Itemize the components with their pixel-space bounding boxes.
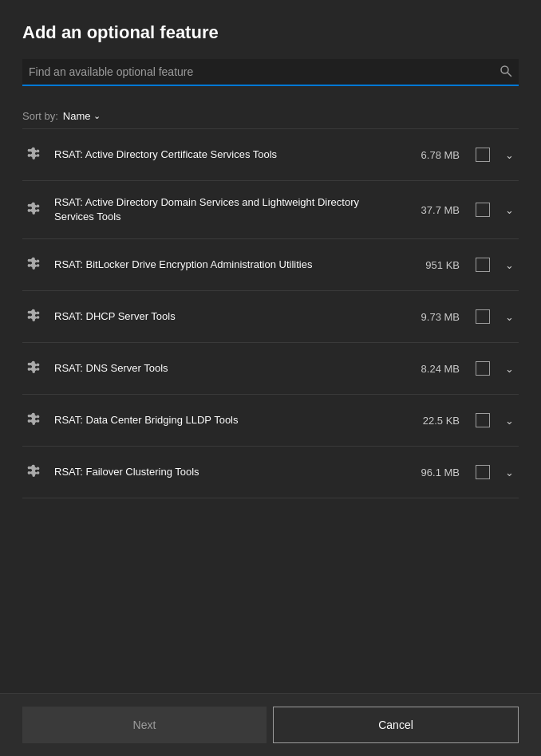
feature-expand-icon[interactable]: ⌄	[500, 411, 519, 430]
feature-checkbox[interactable]	[476, 465, 490, 479]
feature-size: 9.73 MB	[408, 311, 460, 323]
sort-dropdown[interactable]: Name ⌄	[63, 110, 101, 122]
feature-item: RSAT: BitLocker Drive Encryption Adminis…	[22, 239, 519, 291]
feature-expand-icon[interactable]: ⌄	[500, 200, 519, 219]
feature-name: RSAT: Failover Clustering Tools	[54, 465, 398, 479]
feature-expand-icon[interactable]: ⌄	[500, 307, 519, 326]
feature-checkbox[interactable]	[476, 148, 490, 162]
feature-name: RSAT: Data Center Bridging LLDP Tools	[54, 413, 398, 427]
feature-name: RSAT: BitLocker Drive Encryption Adminis…	[54, 258, 398, 272]
feature-item: RSAT: Active Directory Certificate Servi…	[22, 129, 519, 181]
sort-label: Sort by:	[22, 110, 58, 122]
sort-chevron-icon: ⌄	[93, 111, 101, 121]
feature-name: RSAT: Active Directory Domain Services a…	[54, 195, 398, 224]
sort-value-text: Name	[63, 110, 91, 122]
cancel-button[interactable]: Cancel	[273, 707, 519, 743]
feature-expand-icon[interactable]: ⌄	[500, 145, 519, 164]
feature-icon-2	[22, 254, 45, 276]
feature-name: RSAT: DHCP Server Tools	[54, 309, 398, 324]
feature-checkbox[interactable]	[476, 309, 490, 324]
feature-expand-icon[interactable]: ⌄	[500, 463, 519, 482]
feature-size: 951 KB	[408, 259, 460, 271]
next-button[interactable]: Next	[22, 707, 267, 743]
dialog-footer: Next Cancel	[0, 693, 541, 756]
feature-icon-3	[22, 305, 45, 328]
feature-checkbox[interactable]	[476, 258, 490, 272]
feature-expand-icon[interactable]: ⌄	[500, 255, 519, 274]
feature-size: 37.7 MB	[408, 204, 460, 216]
feature-item: RSAT: DHCP Server Tools 9.73 MB ⌄	[22, 291, 519, 343]
feature-size: 96.1 MB	[408, 467, 460, 478]
feature-checkbox[interactable]	[476, 413, 490, 427]
feature-item: RSAT: Failover Clustering Tools 96.1 MB …	[22, 447, 519, 498]
add-optional-feature-dialog: Add an optional feature Sort by: Name ⌄	[0, 0, 541, 756]
feature-name: RSAT: DNS Server Tools	[54, 361, 398, 376]
dialog-header: Add an optional feature	[0, 0, 541, 99]
feature-checkbox[interactable]	[476, 361, 490, 376]
feature-item: RSAT: Active Directory Domain Services a…	[22, 181, 519, 239]
search-container	[22, 59, 519, 86]
feature-icon-1	[22, 199, 45, 221]
search-input[interactable]	[22, 59, 519, 86]
feature-checkbox[interactable]	[476, 203, 490, 217]
feature-icon-5	[22, 409, 45, 431]
dialog-title: Add an optional feature	[22, 22, 519, 43]
feature-expand-icon[interactable]: ⌄	[500, 359, 519, 378]
feature-icon-0	[22, 144, 45, 166]
feature-icon-6	[22, 461, 45, 483]
feature-size: 8.24 MB	[408, 363, 460, 375]
sort-row: Sort by: Name ⌄	[0, 99, 541, 128]
feature-item: RSAT: Data Center Bridging LLDP Tools 22…	[22, 395, 519, 447]
feature-list: RSAT: Active Directory Certificate Servi…	[0, 129, 541, 693]
feature-item: RSAT: DNS Server Tools 8.24 MB ⌄	[22, 343, 519, 395]
feature-size: 6.78 MB	[408, 149, 460, 161]
feature-icon-4	[22, 357, 45, 380]
feature-size: 22.5 KB	[408, 415, 460, 427]
feature-name: RSAT: Active Directory Certificate Servi…	[54, 148, 398, 162]
